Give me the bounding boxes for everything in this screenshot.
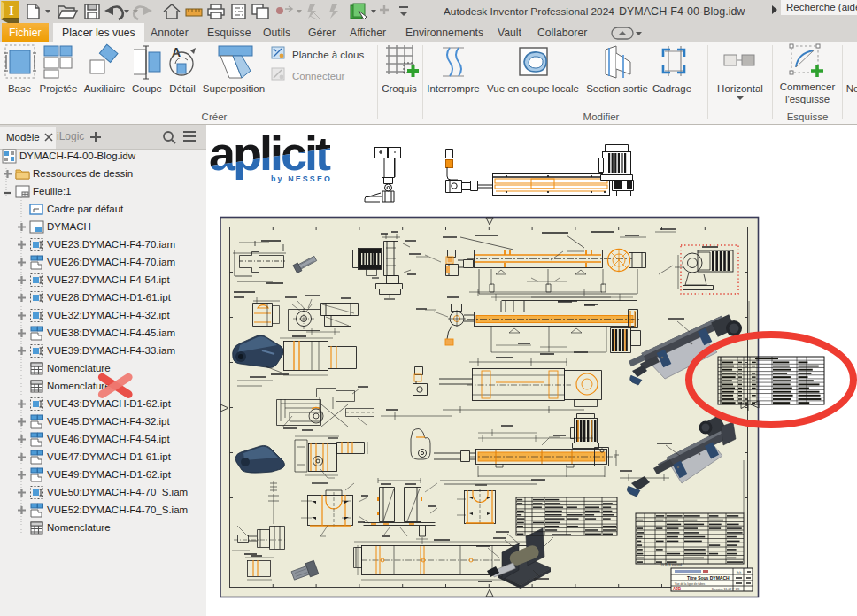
svg-text:A2B: A2B — [673, 587, 682, 591]
svg-text:Dessine 11-02 F 1/8: Dessine 11-02 F 1/8 — [712, 588, 739, 591]
svg-text:Titre Sous DYMACH: Titre Sous DYMACH — [687, 575, 730, 581]
svg-text:I: I — [9, 4, 14, 18]
svg-text:Ech: Ech — [737, 571, 742, 574]
svg-text:Ts B S poliwd: Ts B S poliwd — [660, 562, 682, 566]
svg-text:Vue de la ligne de tubes: Vue de la ligne de tubes — [675, 582, 705, 586]
svg-text:by NESSEO: by NESSEO — [271, 174, 332, 183]
